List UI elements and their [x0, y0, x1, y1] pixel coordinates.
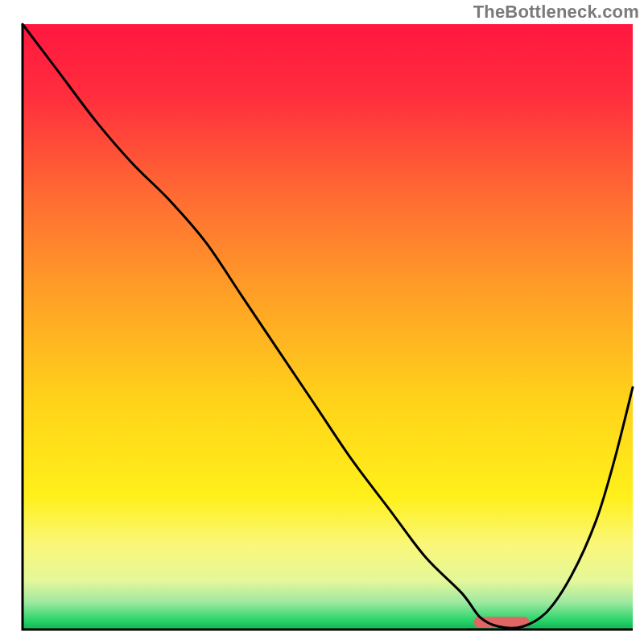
- bottleneck-chart: [0, 0, 644, 644]
- chart-stage: TheBottleneck.com: [0, 0, 644, 644]
- plot-background: [23, 24, 633, 630]
